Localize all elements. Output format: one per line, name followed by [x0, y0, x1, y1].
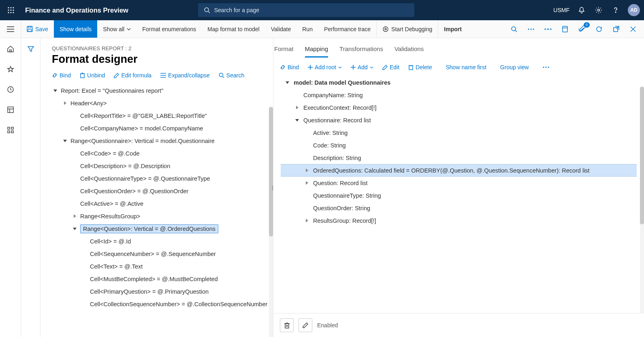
performance-trace-button[interactable]: Performance trace: [318, 20, 376, 38]
edit-formula-button[interactable]: Edit formula: [114, 72, 151, 79]
format-tree-row[interactable]: Cell<Description> = @.Description: [52, 160, 268, 172]
right-scrollbar[interactable]: [640, 87, 644, 314]
tree-toggle-icon[interactable]: [52, 89, 58, 92]
user-avatar[interactable]: AD: [628, 4, 640, 16]
tab-transformations[interactable]: Transformations: [339, 45, 383, 58]
attachments-icon[interactable]: 0: [578, 25, 586, 34]
format-tree-row[interactable]: Cell<CollectionSequenceNumber> = @.Colle…: [52, 298, 268, 310]
format-tree-row[interactable]: Cell<Id> = @.Id: [52, 235, 268, 247]
footer-enabled-label: Enabled: [317, 322, 338, 328]
tree-toggle-icon[interactable]: [303, 181, 310, 185]
modules-icon[interactable]: [6, 126, 15, 134]
waffle-icon[interactable]: [4, 7, 18, 13]
tab-validations[interactable]: Validations: [395, 45, 424, 58]
format-tree-row[interactable]: Range<Questionnaire>: Vertical = model.Q…: [52, 134, 268, 147]
mapping-more-icon[interactable]: [543, 66, 549, 68]
tree-toggle-icon[interactable]: [284, 81, 290, 84]
map-format-button[interactable]: Map format to model: [202, 20, 265, 38]
pane-resize-handle[interactable]: ||: [272, 185, 273, 190]
unbind-button[interactable]: Unbind: [80, 72, 105, 79]
delete-button[interactable]: Delete: [408, 64, 432, 70]
tree-node-label: Cell<SequenceNumber> = @.SequenceNumber: [90, 250, 216, 258]
mapping-tree-row[interactable]: QuestionnaireType: String: [281, 189, 637, 202]
tree-toggle-icon[interactable]: [71, 227, 78, 230]
format-tree[interactable]: Report: Excel = "Questionnaires report"H…: [41, 84, 273, 337]
mapping-bind-button[interactable]: Bind: [280, 64, 299, 70]
tree-toggle-icon[interactable]: [71, 214, 78, 218]
mapping-tree-row[interactable]: Questionnaire: Record list: [281, 114, 637, 126]
format-tree-row[interactable]: Cell<ReportTitle> = @"GER_LABEL:ReportTi…: [52, 109, 268, 122]
popout-icon[interactable]: [612, 25, 621, 34]
close-icon[interactable]: [629, 25, 638, 34]
mapping-tree-row[interactable]: Code: String: [281, 139, 637, 151]
company-selector[interactable]: USMF: [553, 7, 569, 13]
format-tree-row[interactable]: Range<ResultsGroup>: [52, 210, 268, 222]
format-tree-row[interactable]: Report: Excel = "Questionnaires report": [52, 84, 268, 97]
mapping-tree-row[interactable]: Question: Record list: [281, 177, 637, 189]
format-tree-row[interactable]: Cell<PrimaryQuestion> = @.PrimaryQuestio…: [52, 285, 268, 298]
left-scrollbar[interactable]: [269, 107, 273, 337]
format-tree-row[interactable]: Header<Any>: [52, 97, 268, 109]
edit-button[interactable]: Edit: [382, 64, 399, 70]
tree-toggle-icon[interactable]: [303, 219, 310, 222]
add-dropdown[interactable]: Add: [351, 64, 373, 70]
more-icon[interactable]: [527, 25, 535, 34]
format-tree-row[interactable]: Cell<SequenceNumber> = @.SequenceNumber: [52, 247, 268, 260]
favorites-icon[interactable]: [6, 65, 15, 74]
settings-icon[interactable]: [594, 5, 603, 15]
format-tree-row[interactable]: Range<Question>: Vertical = @.OrderedQue…: [52, 222, 268, 235]
footer-delete-button[interactable]: [280, 318, 294, 332]
import-button[interactable]: Import: [438, 20, 467, 38]
tree-toggle-icon[interactable]: [294, 118, 300, 122]
save-button[interactable]: Save: [21, 20, 54, 38]
office-icon[interactable]: [561, 25, 569, 34]
tab-mapping[interactable]: Mapping: [305, 45, 328, 58]
tree-node-label: Questionnaire: Record list: [303, 117, 371, 124]
tree-toggle-icon[interactable]: [294, 106, 300, 109]
format-tree-row[interactable]: Cell<Text> = @.Text: [52, 260, 268, 273]
tree-toggle-icon[interactable]: [62, 139, 68, 143]
hamburger-icon[interactable]: [0, 20, 21, 38]
help-icon[interactable]: [611, 5, 621, 15]
mapping-tree-row[interactable]: ResultsGroup: Record[!]: [281, 214, 637, 227]
tree-toggle-icon[interactable]: [62, 101, 68, 105]
show-name-first-button[interactable]: Show name first: [446, 64, 486, 70]
mapping-tree-row[interactable]: QuestionOrder: String: [281, 202, 637, 214]
format-enumerations-button[interactable]: Format enumerations: [136, 20, 202, 38]
format-tree-row[interactable]: Cell<CompanyName> = model.CompanyName: [52, 122, 268, 134]
search-icon[interactable]: [510, 25, 518, 34]
refresh-icon[interactable]: [595, 25, 603, 34]
show-all-dropdown[interactable]: Show all: [97, 20, 136, 38]
mapping-tree-row[interactable]: model: Data model Questionnaires: [281, 76, 637, 89]
global-search[interactable]: Search for a page: [198, 3, 414, 17]
mapping-tree[interactable]: model: Data model QuestionnairesCompanyN…: [273, 76, 644, 313]
mapping-tree-row[interactable]: CompanyName: String: [281, 89, 637, 101]
run-button[interactable]: Run: [296, 20, 318, 38]
group-view-button[interactable]: Group view: [500, 64, 529, 70]
add-root-dropdown[interactable]: Add root: [308, 64, 342, 70]
format-tree-row[interactable]: Cell<QuestionOrder> = @.QuestionOrder: [52, 185, 268, 197]
home-icon[interactable]: [6, 45, 15, 53]
validate-button[interactable]: Validate: [265, 20, 297, 38]
footer-edit-button[interactable]: [299, 318, 312, 332]
tree-search-button[interactable]: Search: [219, 72, 244, 79]
format-tree-row[interactable]: Cell<QuestionnaireType> = @.Questionnair…: [52, 172, 268, 185]
workspaces-icon[interactable]: [6, 105, 15, 114]
filter-icon[interactable]: [26, 45, 35, 53]
format-tree-row[interactable]: Cell<Code> = @.Code: [52, 147, 268, 160]
notifications-icon[interactable]: [577, 5, 586, 15]
bind-button[interactable]: Bind: [52, 72, 71, 79]
show-details-button[interactable]: Show details: [54, 20, 97, 38]
mapping-tree-row[interactable]: ExecutionContext: Record[!]: [281, 101, 637, 114]
format-tree-row[interactable]: Cell<MustBeCompleted> = @.MustBeComplete…: [52, 273, 268, 285]
format-tree-row[interactable]: Cell<Active> = @.Active: [52, 197, 268, 210]
mapping-tree-row[interactable]: OrderedQuestions: Calculated field = ORD…: [281, 164, 637, 177]
connector-icon[interactable]: [544, 25, 552, 34]
start-debugging-button[interactable]: Start Debugging: [376, 20, 438, 38]
mapping-tree-row[interactable]: Active: String: [281, 126, 637, 139]
tab-format[interactable]: Format: [274, 45, 294, 58]
expand-collapse-button[interactable]: Expand/collapse: [160, 72, 210, 79]
tree-toggle-icon[interactable]: [303, 168, 310, 172]
mapping-tree-row[interactable]: Description: String: [281, 151, 637, 164]
recent-icon[interactable]: [6, 85, 15, 94]
